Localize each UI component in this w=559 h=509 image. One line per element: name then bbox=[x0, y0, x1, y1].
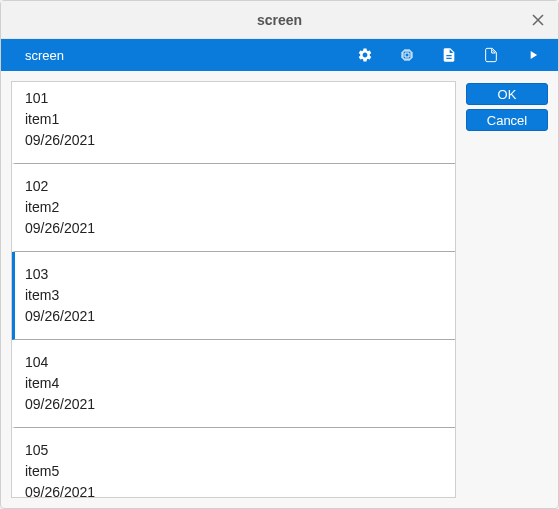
chip-icon bbox=[399, 47, 415, 63]
list-item-date: 09/26/2021 bbox=[25, 394, 445, 415]
list-item[interactable]: 105item509/26/2021 bbox=[12, 428, 455, 497]
titlebar: screen bbox=[1, 1, 558, 39]
list-item-name: item3 bbox=[25, 285, 445, 306]
close-icon bbox=[532, 14, 544, 26]
content: 101item109/26/2021102item209/26/2021103i… bbox=[1, 71, 558, 508]
list-item-name: item4 bbox=[25, 373, 445, 394]
list-panel: 101item109/26/2021102item209/26/2021103i… bbox=[11, 81, 456, 498]
new-file-button[interactable] bbox=[482, 46, 500, 64]
toolbar-title: screen bbox=[25, 48, 356, 63]
list-item-date: 09/26/2021 bbox=[25, 218, 445, 239]
list-item-id: 102 bbox=[25, 176, 445, 197]
gear-icon bbox=[357, 47, 373, 63]
list-item[interactable]: 104item409/26/2021 bbox=[12, 340, 455, 428]
close-button[interactable] bbox=[528, 10, 548, 30]
window-title: screen bbox=[257, 12, 302, 28]
toolbar: screen bbox=[1, 39, 558, 71]
list-item-name: item5 bbox=[25, 461, 445, 482]
list-scroll[interactable]: 101item109/26/2021102item209/26/2021103i… bbox=[12, 82, 455, 497]
file-icon bbox=[441, 47, 457, 63]
list-item[interactable]: 103item309/26/2021 bbox=[12, 252, 455, 340]
cancel-button[interactable]: Cancel bbox=[466, 109, 548, 131]
document-icon bbox=[483, 47, 499, 63]
list-item-id: 103 bbox=[25, 264, 445, 285]
chip-button[interactable] bbox=[398, 46, 416, 64]
list-item[interactable]: 101item109/26/2021 bbox=[12, 82, 455, 164]
window: screen screen 101item109/26/2 bbox=[0, 0, 559, 509]
file-button[interactable] bbox=[440, 46, 458, 64]
list-item-id: 105 bbox=[25, 440, 445, 461]
list-item-date: 09/26/2021 bbox=[25, 306, 445, 327]
play-button[interactable] bbox=[524, 46, 542, 64]
play-icon bbox=[526, 48, 540, 62]
list-item-name: item1 bbox=[25, 109, 445, 130]
list-item-id: 104 bbox=[25, 352, 445, 373]
side-panel: OK Cancel bbox=[466, 81, 548, 498]
ok-button[interactable]: OK bbox=[466, 83, 548, 105]
settings-button[interactable] bbox=[356, 46, 374, 64]
list-item[interactable]: 102item209/26/2021 bbox=[12, 164, 455, 252]
list-item-name: item2 bbox=[25, 197, 445, 218]
list-item-date: 09/26/2021 bbox=[25, 130, 445, 151]
toolbar-icons bbox=[356, 46, 542, 64]
list-item-date: 09/26/2021 bbox=[25, 482, 445, 497]
list-item-id: 101 bbox=[25, 88, 445, 109]
